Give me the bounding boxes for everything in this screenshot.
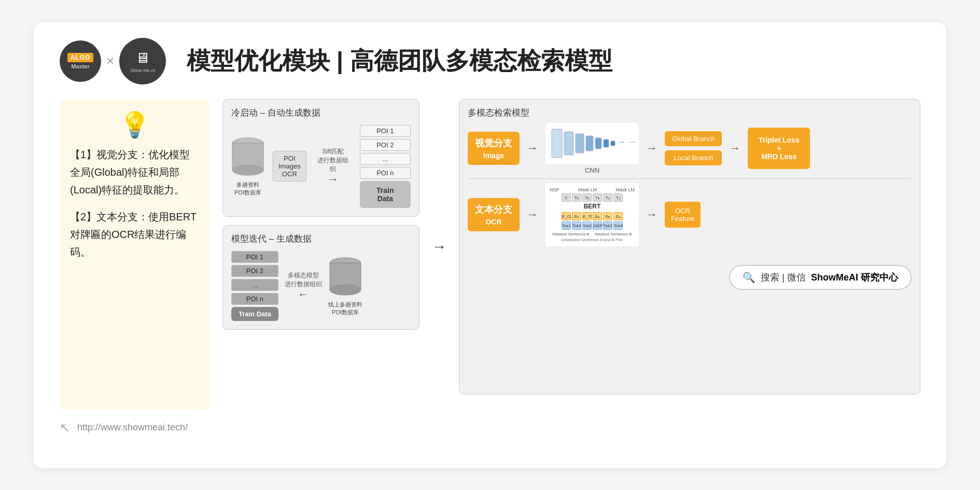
search-icon: 🔍 xyxy=(743,271,755,284)
svg-text:→ →: → → xyxy=(617,137,634,146)
svg-rect-10 xyxy=(595,138,601,149)
center-arrow: → xyxy=(428,99,451,395)
left-panel: 💡 【1】视觉分支：优化模型全局(Global)特征和局部(Local)特征的提… xyxy=(60,99,210,410)
slide: ALGO Master × 🖥 Show Me AI 模型优化模块 | 高德团队… xyxy=(34,22,946,468)
poi-item-2: POI 2 xyxy=(360,139,411,151)
iter-poi-dots: ... xyxy=(231,279,278,291)
master-text: Master xyxy=(71,63,89,69)
monitor-icon: 🖥 xyxy=(135,49,150,66)
header: ALGO Master × 🖥 Show Me AI 模型优化模块 | 高德团队… xyxy=(60,38,920,85)
cnn-visual: → → CNN xyxy=(551,127,634,160)
left-text-2: 【2】文本分支：使用BERT对牌匾的OCR结果进行编码。 xyxy=(70,208,200,261)
bert-row-3: Tok1 Tok2 Tok3 [SEP] Tok1 Tok4 xyxy=(550,221,635,230)
center-arrow-icon: → xyxy=(432,239,446,255)
loss-block: Triplet Loss + MRD Loss xyxy=(748,128,810,169)
cold-start-title: 冷启动 – 自动生成数据 xyxy=(231,107,411,119)
cold-start-inner: 多趟资料POI数据库 POI Images OCR xyxy=(231,125,411,208)
svg-point-2 xyxy=(232,165,263,175)
iter-poi-stack: POI 1 POI 2 ... POI n Train Data xyxy=(231,251,278,321)
bert-bottom-labels: Masked Sentence A Masked Sentence B xyxy=(550,232,635,236)
text-branch-row: 文本分支 OCR → NSP Mask LM Mask LM xyxy=(468,183,912,246)
svg-point-5 xyxy=(330,285,361,295)
visual-branch-row: 视觉分支 Image → xyxy=(468,123,912,174)
showme-logo: 🖥 Show Me AI xyxy=(119,38,166,85)
ocr-feature-block: OCR Feature xyxy=(665,202,701,228)
x-sign: × xyxy=(106,53,114,69)
poi-item-1: POI 1 xyxy=(360,125,411,137)
poi-stack: POI 1 POI 2 ... POI n Train Data xyxy=(360,125,411,208)
diagram-row: 冷启动 – 自动生成数据 xyxy=(222,99,920,395)
bulb-icon: 💡 xyxy=(70,110,200,139)
iteration-title: 模型迭代 – 生成数据 xyxy=(231,233,411,245)
svg-rect-9 xyxy=(586,136,593,151)
arrow-right-icon: → xyxy=(327,174,339,185)
left-sections: 冷启动 – 自动生成数据 xyxy=(222,99,419,395)
v-connector-2: → xyxy=(644,142,660,155)
footer-url: http://www.showmeai.tech/ xyxy=(77,422,188,433)
db-label-iter: 线上多趟资料POI数据库 xyxy=(328,301,362,316)
left-text-1: 【1】视觉分支：优化模型全局(Global)特征和局部(Local)特征的提取能… xyxy=(70,146,200,199)
iter-poi-n: POI n xyxy=(231,293,278,305)
bert-area: NSP Mask LM Mask LM C T₁ T₂ T₃ T₄ xyxy=(545,183,639,246)
svg-rect-11 xyxy=(604,139,609,147)
bert-title: BERT xyxy=(550,203,635,210)
db-cylinder-cold: 多趟资料POI数据库 xyxy=(231,136,264,197)
db-cylinder-iter: 线上多趟资料POI数据库 xyxy=(328,256,362,316)
v-connector-1: → xyxy=(525,142,540,155)
bert-unlabeled: Unlabeled Sentence A and B Pair xyxy=(550,237,635,242)
separator xyxy=(468,178,912,179)
poi-item-n: POI n xyxy=(360,167,411,179)
t-connector-2: → xyxy=(644,208,660,221)
bert-row-2: E_CLS E₁ E_TOKS E₂ E₃ E₄ xyxy=(550,212,635,220)
iter-inner: POI 1 POI 2 ... POI n Train Data 多模态模型进行… xyxy=(231,251,411,321)
svg-rect-12 xyxy=(611,141,615,146)
multimodal-title: 多模态检索模型 xyxy=(468,107,912,119)
cnn-label: CNN xyxy=(585,166,599,174)
cnn-wrapper: → → CNN CNN xyxy=(545,123,639,174)
logo-area: ALGO Master × 🖥 Show Me AI xyxy=(60,38,166,85)
iter-poi-1: POI 1 xyxy=(231,251,278,263)
search-text: 搜索 | 微信 xyxy=(761,271,806,284)
search-bar-wrapper: 🔍 搜索 | 微信 ShowMeAI 研究中心 xyxy=(468,257,912,290)
diagram-area: 冷启动 – 自动生成数据 xyxy=(222,99,920,395)
cold-start-section: 冷启动 – 自动生成数据 xyxy=(222,99,419,217)
poi-info-box: POI Images OCR xyxy=(273,151,306,181)
cylinder-shape xyxy=(231,136,264,177)
multimodal-box: 多模态检索模型 视觉分支 Image → xyxy=(459,99,920,395)
branch-split: Global Branch Local Branch xyxy=(665,131,722,165)
poi-labels: POI Images OCR xyxy=(273,151,306,181)
bert-row-1: C T₁ T₂ T₃ T₄ T₅ xyxy=(550,193,635,202)
svg-rect-6 xyxy=(552,129,562,158)
search-brand: ShowMeAI 研究中心 xyxy=(811,271,898,284)
bert-top-labels: NSP Mask LM Mask LM xyxy=(550,187,635,192)
right-sections: 多模态检索模型 视觉分支 Image → xyxy=(459,99,920,395)
train-data-cold: Train Data xyxy=(360,181,411,208)
sift-label: Sift匹配进行数据组织 xyxy=(315,147,352,174)
iter-arrow-icon: ← xyxy=(298,289,309,300)
t-connector-1: → xyxy=(525,208,540,221)
showme-label: Show Me AI xyxy=(130,68,155,73)
main-body: 💡 【1】视觉分支：优化模型全局(Global)特征和局部(Local)特征的提… xyxy=(60,99,920,410)
cursor-icon: ↖ xyxy=(60,421,70,435)
image-block: 视觉分支 Image xyxy=(468,132,520,165)
cnn-area: → → CNN xyxy=(545,123,639,164)
iteration-section: 模型迭代 – 生成数据 POI 1 POI 2 ... POI n Train … xyxy=(222,225,419,330)
svg-rect-7 xyxy=(564,132,573,155)
algo-logo: ALGO Master xyxy=(60,40,101,82)
poi-item-dots: ... xyxy=(360,153,411,165)
iter-poi-2: POI 2 xyxy=(231,265,278,277)
iter-train-data: Train Data xyxy=(231,307,278,321)
header-title: 模型优化模块 | 高德团队多模态检索模型 xyxy=(187,45,920,77)
iter-arrow: 多模态模型进行数据组织 ← xyxy=(285,271,322,300)
search-bar: 🔍 搜索 | 微信 ShowMeAI 研究中心 xyxy=(729,265,912,290)
algo-text: ALGO xyxy=(67,53,94,62)
local-branch: Local Branch xyxy=(665,150,722,165)
iter-label: 多模态模型进行数据组织 xyxy=(285,271,322,289)
v-connector-3: → xyxy=(727,142,743,155)
global-branch: Global Branch xyxy=(665,131,722,146)
sift-arrow: Sift匹配进行数据组织 → xyxy=(315,147,352,185)
db-label-cold: 多趟资料POI数据库 xyxy=(234,181,261,197)
svg-rect-8 xyxy=(576,134,584,153)
ocr-block: 文本分支 OCR xyxy=(468,198,520,231)
footer: ↖ http://www.showmeai.tech/ xyxy=(60,421,920,435)
